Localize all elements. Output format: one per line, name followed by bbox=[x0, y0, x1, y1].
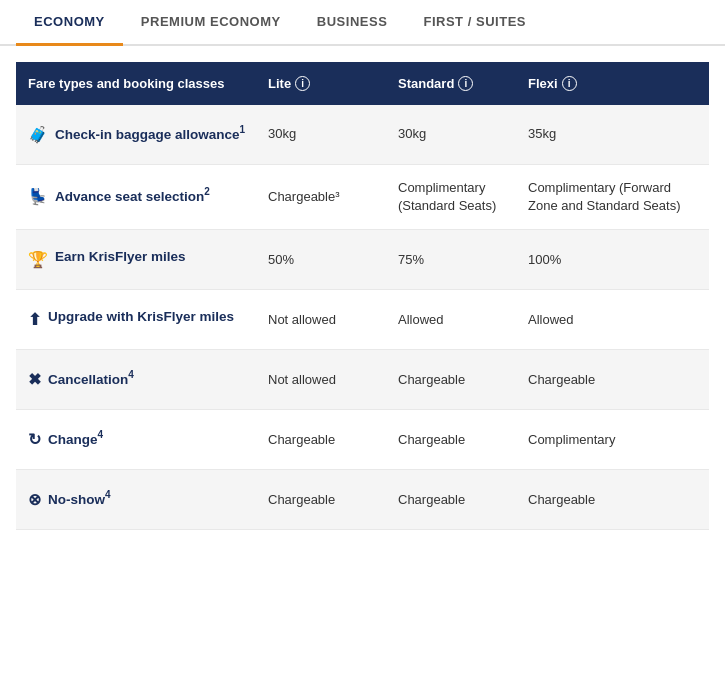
row-label: 🧳 Check-in baggage allowance1 bbox=[28, 123, 268, 146]
row-flexi: Complimentary (Forward Zone and Standard… bbox=[528, 179, 698, 215]
row-flexi: 35kg bbox=[528, 125, 698, 143]
row-icon: ⬆ bbox=[28, 309, 41, 331]
row-standard: Chargeable bbox=[398, 431, 528, 449]
tabs-bar: ECONOMY PREMIUM ECONOMY BUSINESS FIRST /… bbox=[0, 0, 725, 46]
table-row: ↻ Change4 Chargeable Chargeable Complime… bbox=[16, 410, 709, 470]
row-flexi: Chargeable bbox=[528, 491, 698, 509]
table-row: 🏆 Earn KrisFlyer miles 50% 75% 100% bbox=[16, 230, 709, 290]
table-row: 💺 Advance seat selection2 Chargeable³ Co… bbox=[16, 165, 709, 230]
header-flexi: Flexi i bbox=[528, 76, 698, 91]
row-lite: Not allowed bbox=[268, 311, 398, 329]
row-icon: 🧳 bbox=[28, 124, 48, 146]
lite-info-icon[interactable]: i bbox=[295, 76, 310, 91]
table-row: ✖ Cancellation4 Not allowed Chargeable C… bbox=[16, 350, 709, 410]
row-icon: ✖ bbox=[28, 369, 41, 391]
row-standard: Allowed bbox=[398, 311, 528, 329]
header-col1: Fare types and booking classes bbox=[28, 76, 268, 91]
row-icon: ⊗ bbox=[28, 489, 41, 511]
row-label: 🏆 Earn KrisFlyer miles bbox=[28, 248, 268, 271]
row-lite: Chargeable bbox=[268, 431, 398, 449]
row-label: ↻ Change4 bbox=[28, 428, 268, 451]
row-standard: Chargeable bbox=[398, 491, 528, 509]
tab-premium-economy[interactable]: PREMIUM ECONOMY bbox=[123, 0, 299, 46]
row-standard: 30kg bbox=[398, 125, 528, 143]
row-label: ⊗ No-show4 bbox=[28, 488, 268, 511]
row-lite: Not allowed bbox=[268, 371, 398, 389]
row-flexi: Chargeable bbox=[528, 371, 698, 389]
row-flexi: Complimentary bbox=[528, 431, 698, 449]
row-lite: Chargeable bbox=[268, 491, 398, 509]
fare-table: Fare types and booking classes Lite i St… bbox=[0, 62, 725, 546]
table-row: ⊗ No-show4 Chargeable Chargeable Chargea… bbox=[16, 470, 709, 530]
flexi-info-icon[interactable]: i bbox=[562, 76, 577, 91]
row-lite: 50% bbox=[268, 251, 398, 269]
row-standard: Chargeable bbox=[398, 371, 528, 389]
tab-business[interactable]: BUSINESS bbox=[299, 0, 406, 46]
row-standard: Complimentary (Standard Seats) bbox=[398, 179, 528, 215]
row-label: ✖ Cancellation4 bbox=[28, 368, 268, 391]
table-row: 🧳 Check-in baggage allowance1 30kg 30kg … bbox=[16, 105, 709, 165]
table-row: ⬆ Upgrade with KrisFlyer miles Not allow… bbox=[16, 290, 709, 350]
header-lite: Lite i bbox=[268, 76, 398, 91]
row-icon: 🏆 bbox=[28, 249, 48, 271]
table-body: 🧳 Check-in baggage allowance1 30kg 30kg … bbox=[16, 105, 709, 530]
row-flexi: 100% bbox=[528, 251, 698, 269]
header-standard: Standard i bbox=[398, 76, 528, 91]
standard-info-icon[interactable]: i bbox=[458, 76, 473, 91]
tab-economy[interactable]: ECONOMY bbox=[16, 0, 123, 46]
row-label: ⬆ Upgrade with KrisFlyer miles bbox=[28, 308, 268, 331]
row-icon: 💺 bbox=[28, 186, 48, 208]
row-flexi: Allowed bbox=[528, 311, 698, 329]
row-label: 💺 Advance seat selection2 bbox=[28, 185, 268, 208]
row-lite: 30kg bbox=[268, 125, 398, 143]
row-standard: 75% bbox=[398, 251, 528, 269]
row-icon: ↻ bbox=[28, 429, 41, 451]
table-header: Fare types and booking classes Lite i St… bbox=[16, 62, 709, 105]
row-lite: Chargeable³ bbox=[268, 188, 398, 206]
tab-first-suites[interactable]: FIRST / SUITES bbox=[405, 0, 544, 46]
